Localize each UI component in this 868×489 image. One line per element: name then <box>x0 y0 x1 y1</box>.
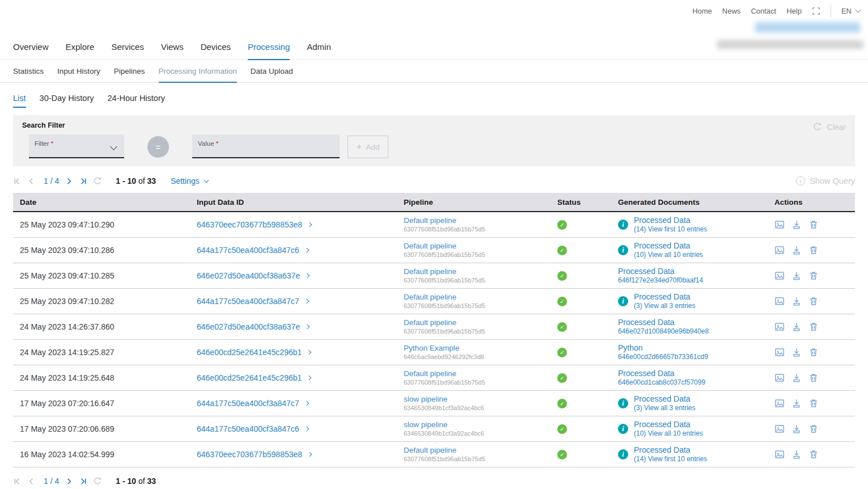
input-data-id-link[interactable]: 646e00cd25e2641e45c296b1 <box>197 373 302 382</box>
subnav-input-history[interactable]: Input History <box>57 60 100 83</box>
nav-admin[interactable]: Admin <box>307 35 331 60</box>
generated-document-detail-link[interactable]: (3) View all 3 entries <box>634 302 696 310</box>
download-button[interactable] <box>791 398 802 408</box>
input-data-id-link[interactable]: 644a177c50ea400cf3a847c6 <box>197 424 299 433</box>
view-image-button[interactable] <box>774 398 785 408</box>
download-button[interactable] <box>791 424 802 434</box>
download-button[interactable] <box>791 449 802 460</box>
subnav-processing-information[interactable]: Processing Information <box>159 60 237 83</box>
delete-button[interactable] <box>808 296 819 306</box>
info-icon[interactable]: i <box>618 296 628 306</box>
input-data-id-link[interactable]: 646e027d50ea400cf38a637e <box>197 271 300 280</box>
nav-processing[interactable]: Processing <box>248 35 290 60</box>
generated-document-detail-link[interactable]: 646e00cd2d66657b73361cd9 <box>618 353 708 361</box>
pipeline-link[interactable]: Default pipeline <box>404 216 551 225</box>
first-page-button[interactable] <box>13 477 22 486</box>
tab-24-hour-history[interactable]: 24-Hour History <box>107 94 165 108</box>
generated-document-detail-link[interactable]: (14) View first 10 entries <box>634 225 707 234</box>
generated-document-detail-link[interactable]: (14) View first 10 entries <box>634 455 707 463</box>
delete-button[interactable] <box>808 347 819 357</box>
delete-button[interactable] <box>808 220 819 230</box>
pipeline-link[interactable]: Default pipeline <box>404 242 551 251</box>
input-data-id-link[interactable]: 644a177c50ea400cf3a847c6 <box>197 246 299 255</box>
info-icon[interactable]: i <box>618 398 628 408</box>
next-page-button[interactable] <box>65 177 73 186</box>
top-link-contact[interactable]: Contact <box>751 7 776 15</box>
input-data-id-link[interactable]: 646e00cd25e2641e45c296b1 <box>197 348 302 357</box>
info-icon[interactable]: i <box>618 424 628 434</box>
last-page-button[interactable] <box>79 177 87 186</box>
download-button[interactable] <box>791 271 802 281</box>
previous-page-button[interactable] <box>27 177 36 186</box>
pipeline-link[interactable]: Default pipeline <box>404 369 551 378</box>
fullscreen-icon[interactable] <box>812 7 820 15</box>
download-button[interactable] <box>791 245 802 255</box>
download-button[interactable] <box>791 322 802 332</box>
tab-list[interactable]: List <box>13 94 26 108</box>
download-button[interactable] <box>791 220 802 230</box>
download-button[interactable] <box>791 373 802 383</box>
delete-button[interactable] <box>808 373 819 383</box>
generated-document-link[interactable]: Processed Data <box>634 292 696 302</box>
input-data-id-link[interactable]: 646e027d50ea400cf38a637e <box>197 322 300 331</box>
generated-document-link[interactable]: Python <box>618 343 708 353</box>
input-data-id-link[interactable]: 646370eec703677b598853e8 <box>197 450 302 459</box>
generated-document-detail-link[interactable]: 646e00cd1cab8c037cf57099 <box>618 378 705 387</box>
download-button[interactable] <box>791 296 802 306</box>
delete-button[interactable] <box>808 449 819 460</box>
view-image-button[interactable] <box>774 220 785 230</box>
clear-filter-button[interactable]: Clear <box>812 122 846 132</box>
view-image-button[interactable] <box>774 373 785 383</box>
nav-views[interactable]: Views <box>161 35 184 60</box>
show-query-button[interactable]: i Show Query <box>796 176 855 186</box>
generated-document-detail-link[interactable]: (3) View all 3 entries <box>634 404 696 412</box>
top-link-news[interactable]: News <box>722 7 741 15</box>
subnav-data-upload[interactable]: Data Upload <box>251 60 293 83</box>
generated-document-link[interactable]: Processed Data <box>634 216 707 226</box>
pipeline-link[interactable]: slow pipeline <box>404 395 551 404</box>
generated-document-link[interactable]: Processed Data <box>634 394 696 404</box>
view-image-button[interactable] <box>774 296 785 306</box>
tab-30-day-history[interactable]: 30-Day History <box>40 94 94 108</box>
generated-document-detail-link[interactable]: (10) View all 10 entries <box>634 251 703 259</box>
delete-button[interactable] <box>808 398 819 408</box>
delete-button[interactable] <box>808 271 819 281</box>
generated-document-detail-link[interactable]: (10) View all 10 entries <box>634 429 703 438</box>
view-image-button[interactable] <box>774 271 785 281</box>
filter-select[interactable]: Filter * <box>29 134 124 158</box>
info-icon[interactable]: i <box>618 245 628 255</box>
generated-document-link[interactable]: Processed Data <box>618 369 705 379</box>
generated-document-link[interactable]: Processed Data <box>634 445 707 456</box>
subnav-statistics[interactable]: Statistics <box>13 60 44 83</box>
first-page-button[interactable] <box>13 177 22 186</box>
nav-overview[interactable]: Overview <box>13 35 49 60</box>
view-image-button[interactable] <box>774 449 785 460</box>
top-link-help[interactable]: Help <box>786 7 802 15</box>
input-data-id-link[interactable]: 644a177c50ea400cf3a847c7 <box>197 399 299 408</box>
value-input[interactable]: Value * <box>192 134 340 158</box>
pipeline-link[interactable]: slow pipeline <box>404 420 551 429</box>
pipeline-link[interactable]: Default pipeline <box>404 267 551 276</box>
generated-document-link[interactable]: Processed Data <box>618 318 709 328</box>
info-icon[interactable]: i <box>618 449 628 460</box>
view-image-button[interactable] <box>774 322 785 332</box>
info-icon[interactable]: i <box>618 220 628 230</box>
view-image-button[interactable] <box>774 424 785 434</box>
generated-document-detail-link[interactable]: 646e027d1008490e96b940e8 <box>618 327 709 336</box>
pipeline-link[interactable]: Python Example <box>404 344 551 353</box>
next-page-button[interactable] <box>65 477 73 486</box>
subnav-pipelines[interactable]: Pipelines <box>114 60 145 83</box>
view-image-button[interactable] <box>774 245 785 255</box>
pipeline-link[interactable]: Default pipeline <box>404 318 551 327</box>
refresh-button[interactable] <box>93 477 102 486</box>
delete-button[interactable] <box>808 245 819 255</box>
view-image-button[interactable] <box>774 347 785 357</box>
pipeline-link[interactable]: Default pipeline <box>404 446 551 455</box>
delete-button[interactable] <box>808 424 819 434</box>
nav-explore[interactable]: Explore <box>66 35 95 60</box>
language-selector[interactable]: EN <box>841 7 860 15</box>
settings-button[interactable]: Settings <box>171 176 208 186</box>
top-link-home[interactable]: Home <box>692 7 712 15</box>
nav-services[interactable]: Services <box>111 35 144 60</box>
previous-page-button[interactable] <box>27 477 36 486</box>
